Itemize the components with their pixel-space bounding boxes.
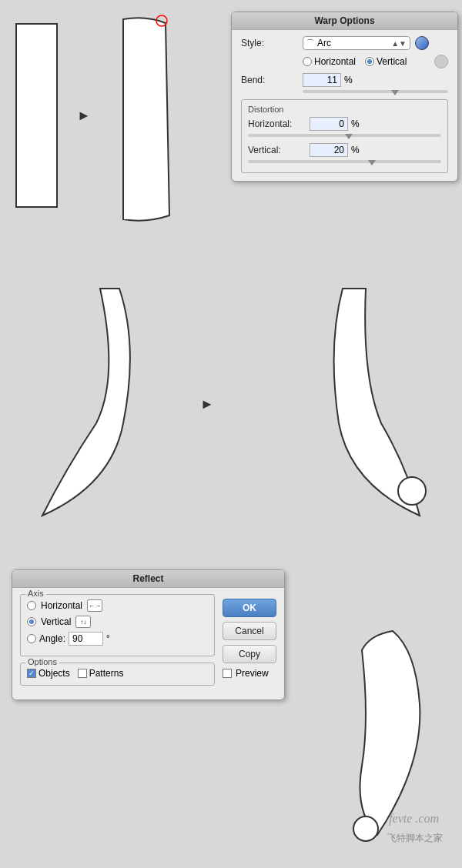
- patterns-checkbox[interactable]: [78, 669, 87, 678]
- rect-before-shape: [15, 23, 58, 208]
- v-distort-unit: %: [351, 145, 360, 155]
- bend-row: Bend: 11 %: [241, 73, 448, 87]
- axis-angle-radio[interactable]: [27, 634, 36, 643]
- preview-checkbox[interactable]: [223, 669, 232, 678]
- cancel-button[interactable]: Cancel: [223, 622, 276, 640]
- bend-unit: %: [344, 75, 353, 85]
- axis-horizontal-row[interactable]: Horizontal ←→: [27, 599, 208, 612]
- bend-label: Bend:: [241, 75, 303, 85]
- v-distort-label: Vertical:: [248, 145, 310, 155]
- radio-vertical-circle[interactable]: [365, 57, 374, 66]
- section3-reflect: Reflect Axis Horizontal ←→ Vertical ↑↓: [0, 554, 462, 868]
- reflect-dialog: Reflect Axis Horizontal ←→ Vertical ↑↓: [12, 569, 285, 700]
- axis-vertical-row[interactable]: Vertical ↑↓: [27, 616, 208, 628]
- radio-orientation-row: Horizontal Vertical: [241, 55, 448, 68]
- watermark-cn: 飞特脚本之家: [387, 832, 443, 845]
- style-dropdown-arrow: ▲▼: [391, 39, 407, 48]
- options-row: ✓ Objects Patterns: [27, 668, 208, 679]
- axis-h-label: Horizontal: [41, 600, 82, 611]
- objects-label: Objects: [38, 668, 70, 679]
- preview-label: Preview: [236, 668, 269, 679]
- distortion-group: Distortion Horizontal: 0 % Vertical: 20 …: [241, 99, 448, 173]
- arc-after-shape: [104, 12, 189, 229]
- bend-value[interactable]: 11: [303, 73, 341, 87]
- color-button-blue[interactable]: [415, 36, 429, 50]
- reflect-dialog-title: Reflect: [12, 570, 284, 588]
- radio-horizontal-circle[interactable]: [303, 57, 312, 66]
- bend-slider-thumb[interactable]: [391, 90, 399, 95]
- color-button-gray[interactable]: [434, 55, 448, 68]
- options-group: Options ✓ Objects Patterns: [20, 663, 215, 686]
- style-label: Style:: [241, 38, 303, 48]
- arrow2-icon: ►: [200, 396, 214, 412]
- angle-input-field[interactable]: [69, 632, 103, 646]
- warp-options-dialog: Warp Options Style: ⌒ Arc ▲▼ Horizontal: [231, 12, 458, 182]
- v-distort-row: Vertical: 20 %: [248, 143, 441, 157]
- axis-angle-label: Angle:: [39, 633, 65, 644]
- radio-horizontal-label: Horizontal: [314, 56, 356, 67]
- objects-checkbox[interactable]: ✓: [27, 669, 36, 678]
- reflect-right-panel: OK Cancel Copy Preview: [223, 594, 276, 692]
- objects-check-row[interactable]: ✓ Objects: [27, 668, 70, 679]
- reflect-left-panel: Axis Horizontal ←→ Vertical ↑↓ Angle:: [20, 594, 215, 692]
- h-distort-value[interactable]: 0: [310, 117, 348, 131]
- options-label: Options: [25, 657, 59, 666]
- svg-point-2: [353, 816, 378, 841]
- distortion-label: Distortion: [248, 105, 441, 114]
- h-distort-row: Horizontal: 0 %: [248, 117, 441, 131]
- style-value: Arc: [317, 38, 331, 48]
- preview-row[interactable]: Preview: [223, 668, 276, 679]
- arrow1-icon: ►: [77, 108, 91, 124]
- style-row: Style: ⌒ Arc ▲▼: [241, 36, 448, 50]
- v-distort-slider[interactable]: [248, 160, 441, 163]
- angle-degree: °: [106, 633, 110, 644]
- section1-warp: ► Warp Options Style: ⌒ Arc ▲▼: [0, 0, 462, 262]
- v-distort-value[interactable]: 20: [310, 143, 348, 157]
- warp-dialog-title: Warp Options: [232, 12, 457, 30]
- blade-left-shape: [12, 285, 181, 526]
- axis-v-icon: ↑↓: [75, 616, 91, 628]
- ok-button[interactable]: OK: [223, 599, 276, 617]
- h-distort-unit: %: [351, 119, 360, 129]
- blade-right-shape: [281, 285, 450, 526]
- watermark-text: fevte .com: [389, 812, 439, 826]
- bend-slider-track[interactable]: [303, 90, 448, 93]
- h-distort-thumb[interactable]: [345, 134, 353, 139]
- h-distort-slider[interactable]: [248, 134, 441, 137]
- section2-blades: ►: [0, 262, 462, 554]
- axis-h-icon: ←→: [87, 599, 102, 612]
- arc-icon: ⌒: [306, 38, 314, 48]
- radio-horizontal-item[interactable]: Horizontal: [303, 56, 356, 67]
- radio-vertical-item[interactable]: Vertical: [365, 56, 407, 67]
- patterns-label: Patterns: [89, 668, 124, 679]
- axis-group: Axis Horizontal ←→ Vertical ↑↓ Angle:: [20, 594, 215, 656]
- axis-angle-row[interactable]: Angle: °: [27, 632, 208, 646]
- axis-v-label: Vertical: [41, 616, 71, 627]
- axis-h-radio[interactable]: [27, 601, 36, 610]
- h-distort-label: Horizontal:: [248, 119, 310, 129]
- copy-button[interactable]: Copy: [223, 645, 276, 663]
- axis-label: Axis: [25, 589, 46, 598]
- patterns-check-row[interactable]: Patterns: [78, 668, 124, 679]
- style-select[interactable]: ⌒ Arc ▲▼: [303, 36, 410, 50]
- radio-vertical-label: Vertical: [377, 56, 407, 67]
- v-distort-thumb[interactable]: [368, 160, 376, 165]
- axis-v-radio[interactable]: [27, 617, 36, 626]
- svg-point-1: [398, 477, 426, 505]
